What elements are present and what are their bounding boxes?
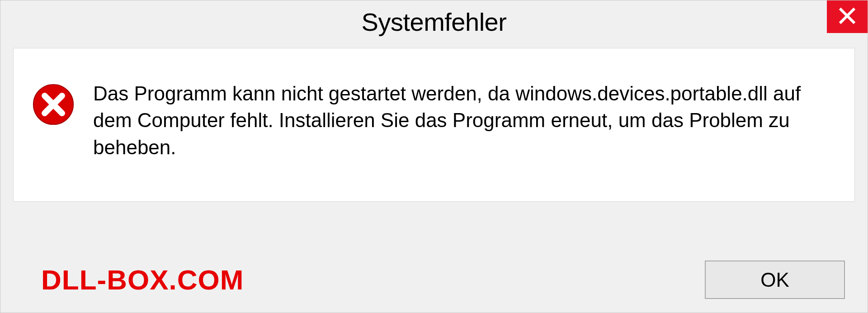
content-panel: Das Programm kann nicht gestartet werden… — [13, 48, 855, 202]
watermark-text: DLL-BOX.COM — [41, 264, 244, 296]
error-message: Das Programm kann nicht gestartet werden… — [93, 80, 832, 161]
dialog-title: Systemfehler — [362, 7, 507, 37]
close-button[interactable] — [827, 0, 868, 33]
error-icon — [32, 83, 75, 126]
ok-button[interactable]: OK — [705, 261, 845, 299]
titlebar: Systemfehler — [0, 0, 868, 43]
error-dialog: Systemfehler Das Programm kann nicht ges… — [0, 0, 868, 313]
footer: DLL-BOX.COM OK — [0, 247, 868, 313]
close-icon — [838, 7, 856, 27]
